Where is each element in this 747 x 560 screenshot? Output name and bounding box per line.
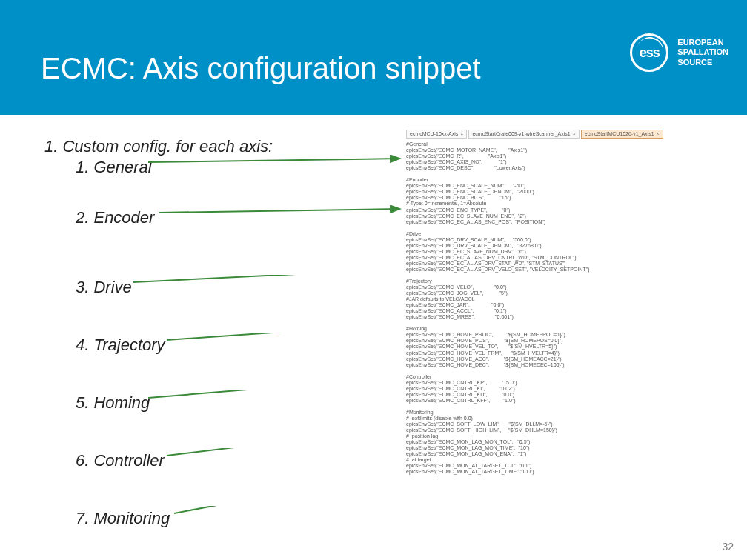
code-section-monitoring: #Monitoring # softlimits (disable with 0… xyxy=(406,410,717,476)
tab[interactable]: ecmcMCU-10xx-Axis× xyxy=(406,130,467,139)
list-item-encoder: 2. Encoder xyxy=(76,208,154,227)
logo-line: EUROPEAN xyxy=(677,38,728,47)
logo-circle-icon: ess xyxy=(630,33,668,72)
code-section-general: #General epicsEnvSet("ECMC_MOTOR_NAME", … xyxy=(406,141,717,171)
tab-label: ecmcStartMCU1026-v1_Axis1 xyxy=(585,131,654,136)
close-icon[interactable]: × xyxy=(460,131,463,136)
tab-label: ecmcMCU-10xx-Axis xyxy=(410,131,458,136)
svg-line-4 xyxy=(148,390,400,398)
arrow-icon xyxy=(167,448,408,470)
arrow-icon xyxy=(174,506,408,543)
ess-logo: ess EUROPEAN SPALLATION SOURCE xyxy=(630,33,728,72)
slide-header: ECMC: Axis configuration snippet ess EUR… xyxy=(0,0,747,115)
svg-line-0 xyxy=(148,159,400,162)
code-section-controller: #Controller epicsEnvSet("ECMC_CNTRL_KP",… xyxy=(406,374,717,404)
code-section-homing: #Homing epicsEnvSet("ECMC_HOME_PROC", "$… xyxy=(406,326,717,367)
svg-line-3 xyxy=(167,333,400,340)
close-icon[interactable]: × xyxy=(573,131,576,136)
page-number: 32 xyxy=(722,541,734,553)
config-list: 1. Custom config. for each axis: 1. Gene… xyxy=(44,137,371,158)
list-item-general: 1. General xyxy=(76,158,152,177)
list-item-drive: 3. Drive xyxy=(76,278,132,297)
arrow-icon xyxy=(148,390,408,405)
slide-body: 1. Custom config. for each axis: 1. Gene… xyxy=(0,130,747,544)
tab-active[interactable]: ecmcStartMCU1026-v1_Axis1× xyxy=(581,130,663,139)
code-section-trajectory: #Trajectory epicsEnvSet("ECMC_VELO", "0.… xyxy=(406,279,717,320)
svg-line-2 xyxy=(133,275,400,282)
arrow-icon xyxy=(167,333,408,347)
code-section-drive: #Drive epicsEnvSet("ECMC_DRV_SCALE_NUM",… xyxy=(406,231,717,273)
close-icon[interactable]: × xyxy=(657,131,660,136)
svg-line-5 xyxy=(167,448,400,456)
editor-tabs: ecmcMCU-10xx-Axis× ecmcStartCrate009-v1-… xyxy=(406,130,717,139)
list-item-trajectory: 4. Trajectory xyxy=(76,336,165,355)
arrow-icon xyxy=(159,205,408,220)
logo-line: SPALLATION xyxy=(677,47,728,57)
logo-text: EUROPEAN SPALLATION SOURCE xyxy=(677,38,728,67)
arrow-icon xyxy=(133,275,408,290)
logo-line: SOURCE xyxy=(677,58,728,67)
list-item-homing: 5. Homing xyxy=(76,393,150,413)
svg-line-6 xyxy=(174,506,400,513)
list-main: 1. Custom config. for each axis: xyxy=(44,137,371,156)
list-item-controller: 6. Controller xyxy=(76,451,165,470)
code-section-encoder: #Encoder epicsEnvSet("ECMC_ENC_SCALE_NUM… xyxy=(406,177,717,224)
tab[interactable]: ecmcStartCrate009-v1-wireScanner_Axis1× xyxy=(468,130,579,139)
svg-line-1 xyxy=(159,209,400,213)
code-editor: ecmcMCU-10xx-Axis× ecmcStartCrate009-v1-… xyxy=(406,130,717,481)
list-item-monitoring: 7. Monitoring xyxy=(76,509,170,528)
tab-label: ecmcStartCrate009-v1-wireScanner_Axis1 xyxy=(472,131,570,136)
slide-title: ECMC: Axis configuration snippet xyxy=(41,52,481,85)
